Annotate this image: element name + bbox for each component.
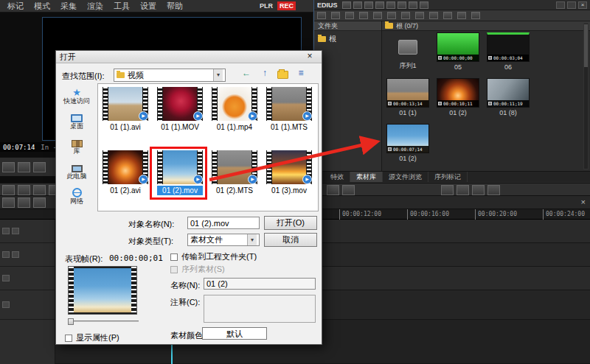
show-properties-checkbox[interactable]: 显示属性(P): [65, 332, 119, 343]
track-lock-icon[interactable]: [12, 228, 19, 234]
sidebar-item-quick-access[interactable]: ★ 快速访问: [59, 85, 94, 110]
track-header[interactable]: [0, 243, 55, 267]
track-mute-icon[interactable]: [2, 251, 10, 258]
search-bin-icon[interactable]: [471, 12, 480, 19]
track-mute-icon[interactable]: [2, 228, 10, 234]
close-icon[interactable]: ×: [302, 52, 318, 62]
folders-tab[interactable]: 文件夹: [314, 21, 381, 31]
new-folder-icon[interactable]: [277, 71, 288, 79]
back-icon[interactable]: ←: [240, 68, 252, 80]
menu-mode[interactable]: 模式: [29, 0, 55, 13]
sidebar-item-desktop[interactable]: 桌面: [59, 110, 94, 135]
menu-capture[interactable]: 采集: [55, 0, 82, 13]
view-list-icon[interactable]: [429, 12, 438, 19]
close-icon[interactable]: ×: [578, 1, 587, 9]
bin-scrollbar[interactable]: [583, 23, 589, 169]
cut-icon[interactable]: [359, 12, 368, 19]
pan-icon[interactable]: [472, 185, 485, 195]
file-item[interactable]: ▶ 01 (2).avi: [99, 150, 152, 195]
folder-tree-root[interactable]: 根: [314, 31, 381, 47]
track-header[interactable]: [0, 267, 55, 290]
open-button[interactable]: 打开(O): [264, 216, 317, 230]
checkbox-icon[interactable]: [170, 253, 178, 261]
add-folder-icon[interactable]: [331, 12, 340, 19]
bin-clip-imported[interactable]: 00:00:07;14 01 (2): [384, 124, 431, 162]
track-mute-icon[interactable]: [2, 275, 10, 281]
bin-clip[interactable]: 00:00:00;00 05: [434, 32, 482, 71]
transfer-to-project-checkbox[interactable]: 传输到工程文件夹(T): [170, 251, 257, 262]
ripple-icon[interactable]: [342, 185, 355, 195]
tab-effects[interactable]: 特效: [324, 172, 350, 182]
paste-icon[interactable]: [387, 12, 396, 19]
bin-clip[interactable]: 00:00:13;14 01 (1): [384, 78, 431, 116]
bin-scrollbar-thumb[interactable]: [584, 24, 588, 67]
poster-frame-slider[interactable]: [68, 321, 139, 327]
file-item[interactable]: ▶ 01 (1).avi: [99, 87, 152, 132]
tab-source-browser[interactable]: 源文件浏览: [383, 172, 428, 182]
sidebar-item-this-pc[interactable]: 此电脑: [59, 160, 94, 185]
menu-help[interactable]: 帮助: [162, 0, 188, 13]
player-mode-button[interactable]: [2, 162, 15, 172]
close-icon[interactable]: ×: [581, 197, 586, 207]
add-clip-icon[interactable]: [317, 12, 326, 19]
cancel-button[interactable]: 取消: [264, 233, 317, 247]
dialog-titlebar[interactable]: 打开 ×: [56, 51, 322, 63]
up-folder-icon[interactable]: ↑: [259, 68, 271, 80]
look-in-dropdown[interactable]: 视频 ▾: [114, 69, 226, 82]
bin-clip[interactable]: 00:00:10;11 01 (2): [434, 78, 482, 116]
track-header[interactable]: [0, 220, 55, 243]
comment-input[interactable]: [204, 295, 316, 323]
sidebar-item-network[interactable]: 网络: [59, 185, 94, 210]
player-mode-button[interactable]: [18, 162, 30, 172]
track-lock-icon[interactable]: [12, 251, 19, 258]
default-color-button[interactable]: 默认: [202, 327, 267, 340]
track-tool-icon[interactable]: [2, 197, 15, 208]
tab-sequence-marker[interactable]: 序列标记: [428, 172, 468, 182]
search-icon[interactable]: [353, 1, 362, 9]
menu-tools[interactable]: 工具: [108, 0, 135, 13]
file-type-dropdown[interactable]: 素材文件 ▾: [187, 234, 260, 246]
playhead[interactable]: [171, 343, 173, 364]
maximize-icon[interactable]: [567, 1, 576, 9]
bin-clip[interactable]: 00:00:03;04 06: [485, 32, 532, 71]
track-header[interactable]: [0, 290, 55, 320]
timeline-tool-icon[interactable]: [33, 185, 46, 195]
marker-icon[interactable]: [487, 185, 500, 195]
capture-icon[interactable]: [375, 1, 384, 9]
sidebar-item-libraries[interactable]: 库: [59, 135, 94, 160]
clip-name-input[interactable]: [204, 278, 316, 290]
chevron-down-icon[interactable]: ▾: [213, 69, 223, 81]
checkbox-icon[interactable]: [65, 335, 72, 342]
delete-icon[interactable]: [401, 12, 410, 19]
minimize-icon[interactable]: [556, 1, 565, 9]
bin-clip[interactable]: 00:00:11;19 01 (8): [485, 78, 532, 116]
player-mode-button[interactable]: [33, 162, 46, 172]
slider-handle[interactable]: [68, 318, 74, 325]
file-item[interactable]: ▶ 01 (1).MOV: [153, 87, 206, 132]
file-name-input[interactable]: [187, 217, 260, 229]
sequence-icon[interactable]: [415, 12, 424, 19]
copy-icon[interactable]: [373, 12, 382, 19]
up-folder-icon[interactable]: [345, 12, 354, 19]
timeline-tool-icon[interactable]: [2, 185, 15, 195]
track-tool-icon[interactable]: [18, 197, 30, 208]
file-item[interactable]: ▶ 01 (2).MTS: [208, 150, 261, 195]
menu-marker[interactable]: 标记: [2, 0, 29, 13]
track-tool-icon[interactable]: [33, 197, 46, 208]
import-icon[interactable]: [386, 1, 395, 9]
file-item[interactable]: ▶ 01 (1).MTS: [263, 87, 316, 132]
bin-clip-sequence[interactable]: 序列1: [384, 32, 431, 69]
file-item[interactable]: ▶ 01 (1).mp4: [208, 87, 261, 132]
mixer-icon[interactable]: [441, 185, 454, 195]
file-item[interactable]: ▶ 01 (3).mov: [263, 150, 316, 195]
properties-icon[interactable]: [409, 1, 417, 9]
snap-icon[interactable]: [327, 185, 339, 195]
waveform-icon[interactable]: [457, 185, 469, 195]
sort-icon[interactable]: [457, 12, 466, 19]
timeline-tool-icon[interactable]: [18, 185, 30, 195]
tab-bin[interactable]: 素材库: [350, 172, 383, 182]
export-icon[interactable]: [398, 1, 406, 9]
menu-settings[interactable]: 设置: [135, 0, 162, 13]
view-thumbnail-icon[interactable]: [443, 12, 452, 19]
delete-icon[interactable]: [420, 1, 428, 9]
